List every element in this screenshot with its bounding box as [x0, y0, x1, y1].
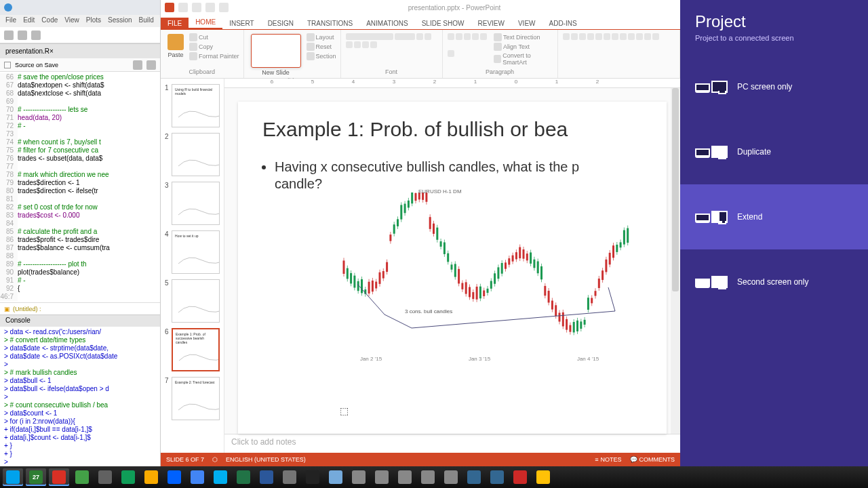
copy-button[interactable]: Copy [189, 42, 239, 52]
taskbar-tool2[interactable] [395, 468, 415, 486]
shape-btn[interactable] [628, 33, 635, 40]
slide-thumbnail[interactable] [172, 133, 220, 176]
menu-build[interactable]: Build [139, 16, 154, 26]
console-tab[interactable]: Console [0, 314, 160, 327]
source-tab[interactable]: presentation.R × [0, 43, 160, 58]
smartart-button[interactable]: Convert to SmartArt [494, 52, 553, 66]
bullets-button[interactable] [448, 33, 454, 40]
tab-insert[interactable]: INSERT [222, 18, 261, 29]
notes-pane[interactable]: Click to add notes [224, 434, 680, 453]
shape-btn[interactable] [587, 33, 594, 40]
taskbar-snip[interactable] [349, 468, 369, 486]
italic-button[interactable] [425, 33, 431, 40]
slide-thumbnail[interactable]: Example 2: Trend forecast [172, 377, 220, 420]
taskbar-tool3[interactable] [418, 468, 438, 486]
slide-bullet[interactable]: Having x consecutive bullish candles, wh… [275, 159, 642, 192]
tab-transitions[interactable]: TRANSITIONS [300, 18, 359, 29]
taskbar-db2[interactable] [487, 468, 507, 486]
slide-thumbnail[interactable]: How to set it up [172, 230, 220, 274]
menu-file[interactable]: File [5, 16, 16, 26]
tab-view[interactable]: VIEW [511, 18, 542, 29]
shape-btn[interactable] [563, 33, 570, 40]
wand-icon[interactable] [133, 60, 142, 70]
project-option-pc-screen-only[interactable]: PC screen only [680, 54, 868, 119]
taskbar-settings[interactable] [441, 468, 461, 486]
thumbnail-row[interactable]: 4 How to set it up [165, 230, 220, 274]
qat-undo-icon[interactable] [192, 3, 201, 12]
shape-btn[interactable] [612, 33, 618, 40]
taskbar-gmail[interactable] [49, 468, 69, 486]
thumbnail-row[interactable]: 6 Example 1: Prob. of successive bearish… [165, 328, 220, 371]
tab-design[interactable]: DESIGN [261, 18, 300, 29]
new-file-icon[interactable] [4, 30, 14, 40]
taskbar-terminal[interactable] [302, 468, 323, 486]
tab-review[interactable]: REVIEW [471, 18, 511, 29]
strikethrough-button[interactable] [362, 41, 369, 48]
slide-number-status[interactable]: SLIDE 6 OF 7 [166, 456, 204, 463]
menu-session[interactable]: Session [108, 16, 132, 26]
open-icon[interactable] [18, 30, 27, 40]
columns-button[interactable] [448, 50, 454, 57]
new-slide-button[interactable]: New Slide [248, 33, 304, 77]
project-option-extend[interactable]: Extend [680, 184, 868, 249]
tab-home[interactable]: HOME [189, 16, 222, 29]
menu-plots[interactable]: Plots [86, 16, 101, 26]
indent-inc-button[interactable] [472, 33, 479, 40]
console-output[interactable]: > data <- read.csv('c:/users/rian/> # co… [0, 327, 160, 466]
bold-button[interactable] [416, 33, 423, 40]
taskbar-db1[interactable] [464, 468, 484, 486]
slide-title[interactable]: Example 1: Prob. of bullish or bea [262, 118, 642, 141]
comments-button[interactable]: 💬 COMMENTS [630, 456, 675, 463]
scroll-thumb[interactable] [672, 88, 679, 291]
vertical-scrollbar[interactable] [671, 88, 680, 434]
source-on-save-check[interactable] [4, 62, 11, 68]
taskbar-skype[interactable] [210, 468, 231, 486]
slide-area[interactable]: Example 1: Prob. of bullish or bea Havin… [224, 88, 680, 434]
notes-button[interactable]: ≡ NOTES [595, 456, 621, 463]
slide-thumbnail[interactable]: Example 1: Prob. of successive bearish c… [172, 328, 220, 371]
shape-btn[interactable] [595, 33, 602, 40]
menu-code[interactable]: Code [41, 16, 58, 26]
taskbar-tool1[interactable] [372, 468, 392, 486]
text-direction-button[interactable]: Text Direction [494, 33, 553, 42]
thumbnail-row[interactable]: 7 Example 2: Trend forecast [165, 377, 220, 420]
shape-btn[interactable] [644, 33, 651, 40]
font-family-combo[interactable] [346, 33, 393, 40]
taskbar-chrome[interactable] [187, 468, 208, 486]
thumbnail-row[interactable]: 1 Using R to build financial models [165, 84, 220, 127]
taskbar-drive[interactable] [118, 468, 138, 486]
thumbnail-row[interactable]: 2 [165, 133, 220, 176]
shape-btn[interactable] [579, 33, 586, 40]
thumbnail-row[interactable]: 3 [165, 182, 220, 225]
taskbar-notepad[interactable] [279, 468, 300, 486]
slide-thumbnail[interactable]: Using R to build financial models [172, 84, 220, 127]
slide[interactable]: Example 1: Prob. of bullish or bea Havin… [238, 102, 667, 434]
align-button[interactable] [480, 33, 487, 40]
format-painter-button[interactable]: Format Painter [189, 52, 239, 61]
project-option-second-screen-only[interactable]: Second screen only [680, 249, 868, 314]
taskbar-27[interactable]: 27 [26, 468, 46, 486]
qat-touch-icon[interactable] [219, 3, 229, 12]
shape-btn[interactable] [652, 33, 659, 40]
shape-btn[interactable] [620, 33, 627, 40]
numbering-button[interactable] [456, 33, 462, 40]
shape-btn[interactable] [636, 33, 643, 40]
slide-thumbnail[interactable] [172, 182, 220, 225]
font-size-combo[interactable] [395, 33, 415, 40]
taskbar-excel[interactable] [233, 468, 254, 486]
layout-button[interactable]: Layout [307, 33, 336, 42]
run-icon[interactable] [146, 60, 156, 70]
taskbar-start[interactable] [3, 468, 23, 486]
taskbar-folder[interactable] [141, 468, 161, 486]
shape-btn[interactable] [571, 33, 578, 40]
project-option-duplicate[interactable]: Duplicate [680, 119, 868, 184]
slide-thumbnail[interactable] [172, 279, 220, 323]
paste-button[interactable]: Paste [165, 33, 186, 61]
menu-view[interactable]: View [64, 16, 79, 26]
taskbar-rstudio[interactable] [326, 468, 346, 486]
taskbar-notes[interactable] [533, 468, 553, 486]
tab-file[interactable]: FILE [161, 18, 189, 29]
taskbar-dropbox[interactable] [164, 468, 184, 486]
menu-edit[interactable]: Edit [23, 16, 35, 26]
indent-dec-button[interactable] [464, 33, 471, 40]
